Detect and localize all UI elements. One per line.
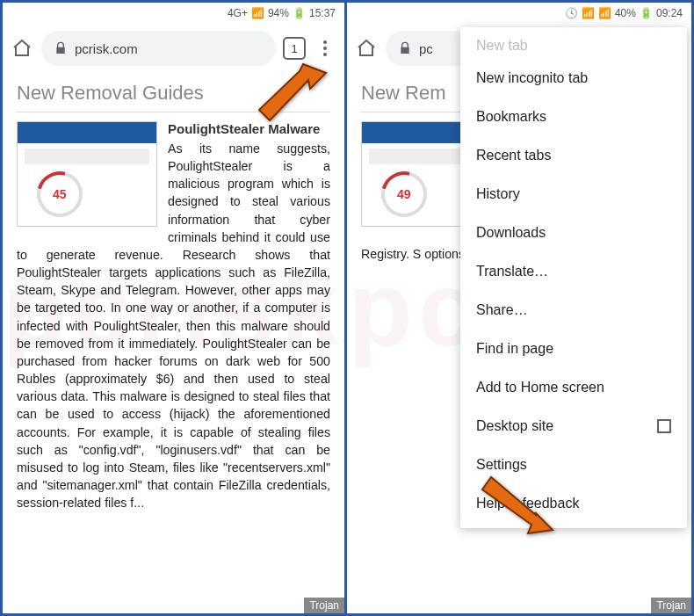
left-screenshot: 4G+ 📶 94% 🔋 15:37 pcrisk.com 1 New Remov… [3, 3, 347, 613]
menu-item-find-in-page[interactable]: Find in page [460, 330, 687, 368]
time-label: 09:24 [656, 7, 683, 19]
battery-icon: 🔋 [293, 7, 306, 19]
alarm-icon: 🕓 [565, 7, 578, 19]
menu-item-recent-tabs[interactable]: Recent tabs [460, 136, 687, 175]
article-thumbnail: 45 [17, 121, 157, 227]
menu-item-desktop-site[interactable]: Desktop site [460, 407, 687, 446]
category-tag: Trojan [651, 598, 691, 613]
svg-marker-1 [482, 477, 553, 533]
battery-label: 40% [615, 7, 636, 19]
menu-item-new-incognito[interactable]: New incognito tab [460, 59, 687, 98]
arrow-to-settings [470, 463, 558, 554]
menu-item-translate[interactable]: Translate… [460, 252, 687, 291]
time-label: 15:37 [309, 7, 336, 19]
lock-icon [398, 41, 412, 55]
right-screenshot: 🕓 📶 📶 40% 🔋 09:24 pc New Rem 49 [347, 3, 691, 613]
wifi-icon: 📶 [582, 7, 595, 19]
url-text: pcrisk.com [75, 41, 138, 56]
battery-label: 94% [268, 7, 289, 19]
article: 45 PoulightStealer Malware As its name s… [17, 121, 330, 511]
network-label: 4G+ [228, 7, 248, 19]
home-icon[interactable] [10, 36, 34, 61]
signal-icon: 📶 [251, 7, 264, 19]
home-icon[interactable] [354, 36, 379, 61]
signal-icon: 📶 [598, 7, 611, 19]
page-content: New Removal Guides 45 PoulightStealer Ma… [3, 73, 344, 520]
url-bar[interactable]: pcrisk.com [41, 31, 276, 66]
lock-icon [54, 41, 68, 55]
overflow-menu: New tab New incognito tab Bookmarks Rece… [460, 27, 687, 528]
menu-item-add-home[interactable]: Add to Home screen [460, 368, 687, 407]
menu-item-bookmarks[interactable]: Bookmarks [460, 98, 687, 136]
menu-item-downloads[interactable]: Downloads [460, 214, 687, 252]
arrow-to-menu-icon [250, 57, 329, 140]
battery-icon: 🔋 [640, 7, 653, 19]
category-tag: Trojan [304, 598, 344, 613]
status-bar: 🕓 📶 📶 40% 🔋 09:24 [347, 3, 691, 24]
desktop-site-checkbox[interactable] [657, 419, 671, 433]
status-bar: 4G+ 📶 94% 🔋 15:37 [3, 3, 344, 24]
svg-marker-0 [259, 64, 326, 120]
menu-item-history[interactable]: History [460, 175, 687, 214]
menu-item-new-tab[interactable]: New tab [460, 33, 687, 59]
menu-item-share[interactable]: Share… [460, 291, 687, 330]
url-text: pc [419, 41, 433, 56]
